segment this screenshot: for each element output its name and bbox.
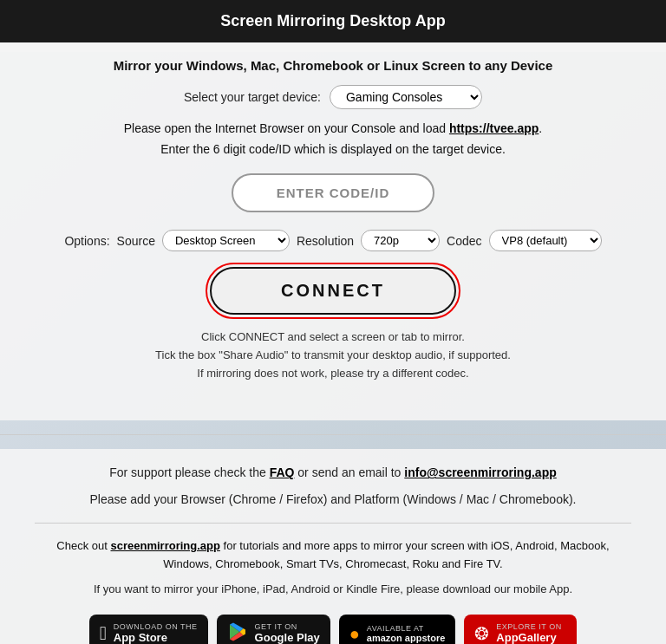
digit-instruction: Enter the 6 digit code/ID which is displ… [35, 142, 631, 156]
options-row: Options: Source Desktop Screen Window Ta… [35, 230, 631, 251]
main-section: Mirror your Windows, Mac, Chromebook or … [0, 42, 666, 420]
connect-btn-wrapper: CONNECT [35, 267, 631, 315]
huawei-store-button[interactable]: ❂ EXPLORE IT ON AppGallery [464, 615, 577, 644]
apple-icon:  [100, 624, 107, 643]
source-select[interactable]: Desktop Screen Window Tab [162, 230, 290, 251]
source-label: Source [117, 234, 155, 248]
target-device-label: Select your target device: [184, 90, 321, 104]
mirror-instruction-3: If mirroring does not work, please try a… [35, 365, 631, 383]
checkout-text: Check out screenmirroring.app for tutori… [35, 537, 631, 574]
app-store-row:  Download on the App Store [35, 615, 631, 644]
browser-instruction-prefix: Please open the Internet Browser on your… [124, 121, 449, 135]
faq-prefix: For support please check the [109, 465, 269, 479]
faq-link[interactable]: FAQ [270, 465, 295, 479]
divider-2 [35, 523, 631, 524]
amazon-store-button[interactable]: ● available at amazon appstore [339, 615, 456, 644]
amazon-store-big-label: amazon appstore [367, 633, 445, 643]
apple-store-text: Download on the App Store [114, 622, 198, 644]
screenmirroring-link[interactable]: screenmirroring.app [111, 539, 220, 552]
browser-instruction: Please open the Internet Browser on your… [35, 121, 631, 135]
mirror-instructions: Click CONNECT and select a screen or tab… [35, 329, 631, 382]
checkout-prefix: Check out [56, 539, 110, 552]
checkout-suffix: for tutorials and more apps to mirror yo… [163, 539, 609, 570]
browser-note: Please add your Browser (Chrome / Firefo… [35, 490, 631, 509]
huawei-icon: ❂ [474, 625, 489, 642]
code-input-label: ENTER CODE/ID [277, 185, 390, 200]
google-play-icon [227, 621, 248, 644]
huawei-store-text: EXPLORE IT ON AppGallery [496, 622, 561, 644]
target-device-select[interactable]: Gaming Consoles Smart TV Chromecast Roku… [330, 85, 482, 109]
mobile-text: If you want to mirror your iPhone, iPad,… [35, 581, 631, 599]
apple-store-big-label: App Store [114, 631, 198, 644]
divider [0, 434, 666, 435]
google-play-button[interactable]: GET IT ON Google Play [217, 615, 330, 644]
app-container: Screen Mirroring Desktop App Mirror your… [0, 0, 666, 644]
connect-label: CONNECT [281, 281, 385, 300]
codec-label: Codec [447, 234, 481, 248]
mirror-instruction-1: Click CONNECT and select a screen or tab… [35, 329, 631, 347]
apple-store-button[interactable]:  Download on the App Store [89, 615, 208, 644]
faq-or: or send an email to [297, 465, 404, 479]
code-input-button[interactable]: ENTER CODE/ID [232, 173, 435, 212]
amazon-icon: ● [349, 625, 360, 642]
amazon-store-small-label: available at [367, 624, 445, 633]
support-text: For support please check the FAQ or send… [35, 463, 631, 482]
support-email-link[interactable]: info@screenmirroring.app [404, 465, 556, 479]
google-play-text: GET IT ON Google Play [255, 622, 320, 644]
options-label: Options: [64, 234, 109, 248]
huawei-store-small-label: EXPLORE IT ON [496, 622, 561, 631]
support-section: For support please check the FAQ or send… [0, 449, 666, 644]
tvee-link[interactable]: https://tvee.app [449, 121, 539, 135]
resolution-select[interactable]: 720p 1080p 480p 360p [361, 230, 440, 251]
app-header: Screen Mirroring Desktop App [0, 0, 666, 42]
app-title: Screen Mirroring Desktop App [220, 12, 445, 29]
mirror-instruction-2: Tick the box "Share Audio" to transmit y… [35, 347, 631, 365]
huawei-store-big-label: AppGallery [496, 631, 561, 644]
google-play-big-label: Google Play [255, 631, 320, 644]
google-play-small-label: GET IT ON [255, 622, 320, 631]
subtitle: Mirror your Windows, Mac, Chromebook or … [35, 58, 631, 73]
amazon-store-text: available at amazon appstore [367, 624, 445, 643]
content: Screen Mirroring Desktop App Mirror your… [0, 0, 666, 644]
target-device-row: Select your target device: Gaming Consol… [35, 85, 631, 109]
codec-select[interactable]: VP8 (default) VP9 H264 [489, 230, 602, 251]
connect-button[interactable]: CONNECT [210, 267, 456, 315]
resolution-label: Resolution [297, 234, 354, 248]
apple-store-small-label: Download on the [114, 622, 198, 631]
